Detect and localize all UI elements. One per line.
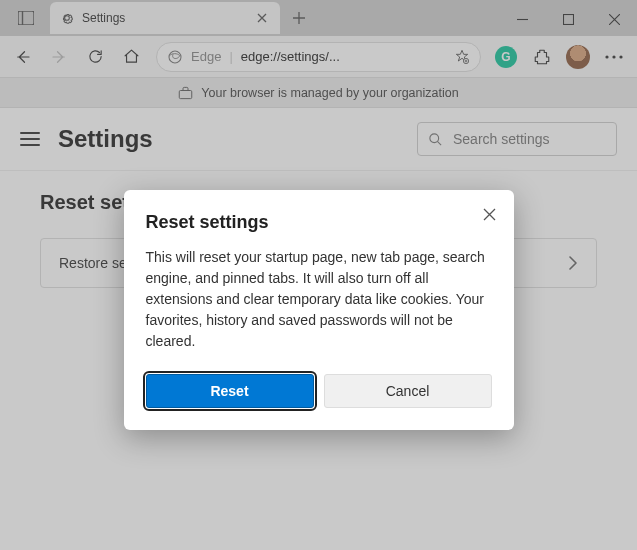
dialog-body: This will reset your startup page, new t… xyxy=(146,247,492,352)
modal-overlay: Reset settings This will reset your star… xyxy=(0,0,637,550)
dialog-title: Reset settings xyxy=(146,212,492,233)
dialog-close-button[interactable] xyxy=(478,202,502,226)
dialog-buttons: Reset Cancel xyxy=(146,374,492,408)
cancel-button[interactable]: Cancel xyxy=(324,374,492,408)
reset-button[interactable]: Reset xyxy=(146,374,314,408)
reset-dialog: Reset settings This will reset your star… xyxy=(124,190,514,430)
